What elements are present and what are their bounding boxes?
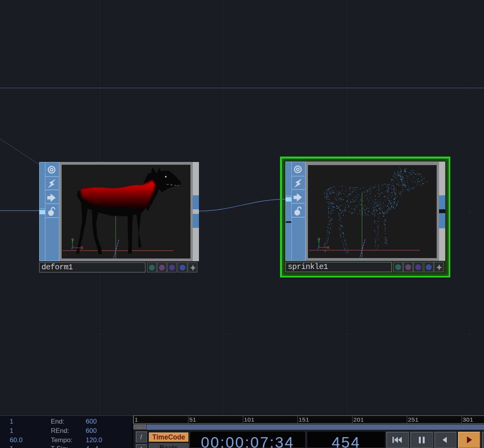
svg-text:x: x — [327, 244, 330, 250]
svg-text:z: z — [317, 244, 320, 250]
svg-text:x: x — [81, 245, 83, 250]
svg-text:z: z — [71, 245, 74, 250]
